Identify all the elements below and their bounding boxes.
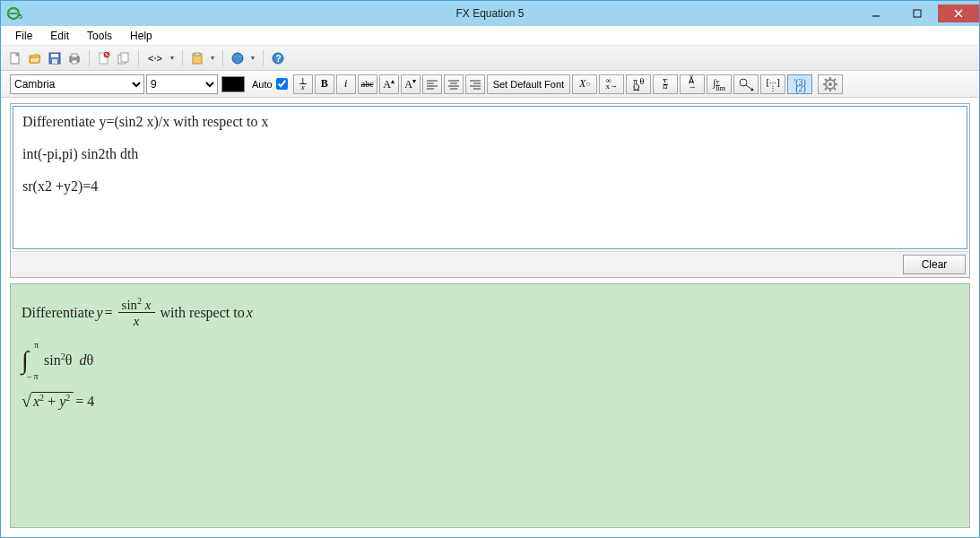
toolbar-separator [138,50,139,66]
fraction-button[interactable]: 1x [293,74,313,94]
vector-button[interactable]: A⃗→ [680,74,705,94]
help-button[interactable]: ? [269,49,287,67]
auto-checkbox[interactable] [276,78,288,90]
svg-text:?: ? [276,54,282,64]
menu-help[interactable]: Help [121,28,161,44]
cut-button[interactable] [95,49,113,67]
equation-preview: Differentiate y = sin2 x x with respect … [10,283,970,528]
code-dropdown[interactable]: ▾ [168,49,177,67]
superscript-button[interactable]: X○ [572,74,597,94]
code-button[interactable]: <·> [144,49,166,67]
align-center-button[interactable] [444,74,464,94]
toolbar-separator [182,50,183,66]
font-name-select[interactable]: Cambria [10,74,144,94]
svg-line-44 [825,79,827,81]
preview-line-3: √ x2 + y2 = 4 [22,392,958,412]
window-controls [855,4,979,22]
save-button[interactable] [46,49,64,67]
toolbar-separator [263,50,264,66]
window-title: FX Equation 5 [1,7,979,20]
svg-rect-11 [72,54,77,57]
pi-theta-button[interactable]: π θΩ [626,74,651,94]
app-icon: 5 [6,4,24,22]
align-left-button[interactable] [422,74,442,94]
font-color-button[interactable] [221,76,245,92]
titlebar: 5 FX Equation 5 [1,1,979,26]
app-window: 5 FX Equation 5 File Edit Tools Help <·>… [0,0,980,538]
menu-tools[interactable]: Tools [78,28,121,44]
copy-button[interactable] [115,49,133,67]
clear-button[interactable]: Clear [903,255,966,274]
square-root: √ x2 + y2 [22,392,74,412]
main-toolbar: <·> ▾ ▾ ▾ ? [1,46,979,71]
content-area: Differentiate y=(sin2 x)/x with respect … [1,98,979,537]
toolbar-separator [89,50,90,66]
maximize-button[interactable] [897,4,938,22]
preview-line-2: π ∫ – π sin2θ dθ [22,342,958,379]
svg-point-37 [751,88,754,91]
menubar: File Edit Tools Help [1,26,979,46]
print-button[interactable] [65,49,83,67]
settings-button[interactable] [818,74,843,94]
font-size-select[interactable]: 9 [146,74,218,94]
sigma-button[interactable]: ΣΩ [653,74,678,94]
svg-rect-12 [72,60,77,64]
increase-font-button[interactable]: A▴ [379,74,399,94]
equation-input[interactable]: Differentiate y=(sin2 x)/x with respect … [13,106,967,249]
geometry-button[interactable] [733,74,759,94]
svg-rect-3 [914,10,921,17]
menu-file[interactable]: File [6,28,41,44]
svg-line-45 [834,88,836,90]
svg-text:5: 5 [19,13,22,20]
web-button[interactable] [229,49,247,67]
integral-sum-button[interactable]: ∫Σlim [707,74,732,94]
integral: π ∫ – π [22,342,39,379]
svg-rect-19 [195,53,200,56]
svg-rect-8 [51,54,58,57]
svg-line-47 [825,88,827,90]
close-button[interactable] [938,4,979,22]
open-button[interactable] [26,49,44,67]
svg-rect-17 [121,53,128,62]
input-panel: Differentiate y=(sin2 x)/x with respect … [10,103,970,278]
clear-row: Clear [11,251,969,277]
svg-line-46 [834,79,836,81]
align-right-button[interactable] [465,74,485,94]
italic-button[interactable]: i [336,74,356,94]
new-button[interactable] [6,49,24,67]
strike-button[interactable]: abc [358,74,377,94]
web-dropdown[interactable]: ▾ [248,49,257,67]
svg-rect-9 [52,59,57,64]
decrease-font-button[interactable]: A▾ [401,74,421,94]
svg-point-39 [828,82,832,86]
matrix-button[interactable]: [⋯⋮] [760,74,785,94]
toolbar-separator [222,50,223,66]
combinatorics-button[interactable]: '(3)(2) [787,74,812,94]
format-toolbar: Cambria 9 Auto 1x B i abc A▴ A▾ Set Defa… [1,71,979,98]
svg-point-35 [740,79,747,86]
fraction: sin2 x x [118,297,155,329]
preview-line-1: Differentiate y = sin2 x x with respect … [22,297,958,329]
auto-label: Auto [252,79,273,90]
menu-edit[interactable]: Edit [41,28,78,44]
bold-button[interactable]: B [315,74,334,94]
set-default-font-button[interactable]: Set Default Font [487,74,571,94]
minimize-button[interactable] [855,4,897,22]
paste-button[interactable] [188,49,206,67]
paste-dropdown[interactable]: ▾ [208,49,217,67]
svg-point-20 [232,53,243,64]
limits-button[interactable]: ∞x→ [599,74,624,94]
